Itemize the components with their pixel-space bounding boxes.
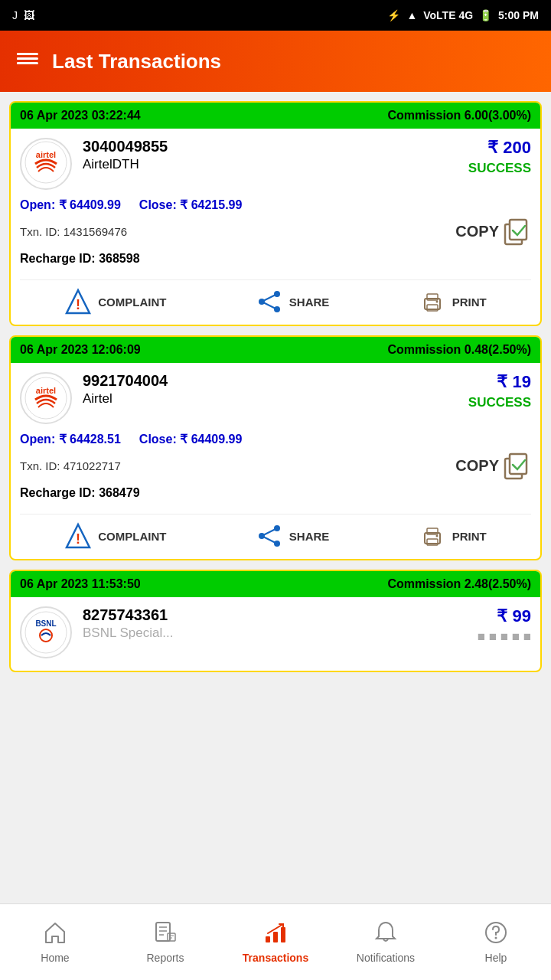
print-button-1[interactable]: PRINT <box>419 288 487 315</box>
header: Last Transactions <box>0 31 551 92</box>
svg-rect-3 <box>17 53 21 55</box>
txn-number-1: 3040049855 <box>83 138 468 155</box>
txn-amount-3: ₹ 99 <box>478 606 531 626</box>
txn-id-2: Txn. ID: 471022717 <box>20 459 121 472</box>
txn-status-2: SUCCESS <box>468 395 531 410</box>
copy-icon-2 <box>502 451 531 480</box>
share-button-1[interactable]: SHARE <box>256 288 330 315</box>
svg-text:!: ! <box>76 531 80 547</box>
status-left: J 🖼 <box>12 9 34 21</box>
txn-provider-name-2: Airtel <box>83 391 468 407</box>
nav-notifications[interactable]: Notifications <box>331 918 441 964</box>
txn-status-3: ■ ■ ■ ■ ■ <box>478 629 531 645</box>
txn-amount-block-3: ₹ 99 ■ ■ ■ ■ ■ <box>478 606 531 645</box>
nav-reports[interactable]: Reports <box>110 918 220 964</box>
nav-notifications-label: Notifications <box>357 952 415 964</box>
svg-line-16 <box>262 302 277 309</box>
txn-id-1: Txn. ID: 1431569476 <box>20 225 127 238</box>
reports-icon <box>151 918 180 947</box>
txn-amount-2: ₹ 19 <box>468 372 531 392</box>
print-button-2[interactable]: PRINT <box>419 522 487 550</box>
txn-close-1: Close: ₹ 64215.99 <box>139 198 243 212</box>
nav-help[interactable]: Help <box>441 918 551 964</box>
txn-provider-name-3: BSNL Special... <box>83 626 478 641</box>
svg-point-21 <box>25 377 67 419</box>
share-label-1: SHARE <box>289 296 330 309</box>
nav-home[interactable]: Home <box>0 918 110 964</box>
share-icon-2 <box>256 522 283 550</box>
svg-rect-48 <box>281 927 285 942</box>
copy-button-2[interactable]: COPY <box>455 451 531 480</box>
nav-transactions-label: Transactions <box>243 952 308 964</box>
bluetooth-icon: ⚡ <box>387 9 400 21</box>
txn-date-1: 06 Apr 2023 03:22:44 <box>20 109 141 122</box>
home-icon <box>41 918 70 947</box>
transactions-icon <box>261 918 290 947</box>
nav-transactions[interactable]: Transactions <box>220 918 331 964</box>
complaint-button-2[interactable]: ! COMPLAINT <box>64 522 166 550</box>
status-bar: J 🖼 ⚡ ▲ VoLTE 4G 🔋 5:00 PM <box>0 0 551 31</box>
txn-commission-3: Commission 2.48(2.50%) <box>387 577 531 591</box>
recharge-id-2: Recharge ID: 368479 <box>20 486 531 500</box>
share-icon-1 <box>256 288 283 315</box>
provider-logo-3: BSNL <box>20 606 72 658</box>
txn-amount-block-1: ₹ 200 SUCCESS <box>468 138 531 176</box>
share-button-2[interactable]: SHARE <box>256 522 330 550</box>
svg-rect-5 <box>17 62 21 64</box>
svg-text:!: ! <box>76 297 80 312</box>
txn-top-row-2: airtel 9921704004 Airtel ₹ 19 SUCCESS <box>20 372 531 424</box>
svg-text:airtel: airtel <box>36 150 56 159</box>
transaction-card-2: 06 Apr 2023 12:06:09 Commission 0.48(2.5… <box>9 335 542 560</box>
nav-reports-label: Reports <box>146 952 184 964</box>
transaction-card-1: 06 Apr 2023 03:22:44 Commission 6.00(3.0… <box>9 101 542 326</box>
svg-line-15 <box>262 294 277 302</box>
time-label: 5:00 PM <box>498 9 539 21</box>
txn-header-3: 06 Apr 2023 11:53:50 Commission 2.48(2.5… <box>11 571 540 597</box>
txn-date-2: 06 Apr 2023 12:06:09 <box>20 343 141 357</box>
bsnl-logo-3: BSNL <box>24 611 67 654</box>
network-label: VoLTE 4G <box>423 9 473 21</box>
page-title: Last Transactions <box>52 50 221 74</box>
complaint-icon-1: ! <box>64 288 92 315</box>
txn-body-3: BSNL 8275743361 BSNL Special... ₹ 99 ■ ■… <box>11 597 540 671</box>
menu-icon[interactable] <box>15 47 40 77</box>
airtel-logo-2: airtel <box>24 377 67 420</box>
svg-rect-47 <box>273 932 278 942</box>
provider-logo-2: airtel <box>20 372 72 424</box>
nav-home-label: Home <box>41 952 69 964</box>
txn-open-1: Open: ₹ 64409.99 <box>20 198 121 212</box>
txn-header-2: 06 Apr 2023 12:06:09 Commission 0.48(2.5… <box>11 337 540 363</box>
help-icon <box>481 918 510 947</box>
txn-body-1: airtel 3040049855 AirtelDTH ₹ 200 SUCCES… <box>11 129 540 325</box>
svg-rect-4 <box>17 57 21 60</box>
txn-close-2: Close: ₹ 64409.99 <box>139 432 243 446</box>
gallery-icon: 🖼 <box>24 9 34 21</box>
carrier-icon: J <box>12 9 18 21</box>
svg-point-35 <box>435 535 438 537</box>
transaction-card-3: 06 Apr 2023 11:53:50 Commission 2.48(2.5… <box>9 570 542 672</box>
status-right: ⚡ ▲ VoLTE 4G 🔋 5:00 PM <box>387 9 539 21</box>
copy-icon-1 <box>502 217 531 246</box>
txn-top-row-1: airtel 3040049855 AirtelDTH ₹ 200 SUCCES… <box>20 138 531 190</box>
svg-point-20 <box>435 301 438 303</box>
print-label-1: PRINT <box>452 296 487 309</box>
svg-rect-43 <box>168 933 175 941</box>
complaint-button-1[interactable]: ! COMPLAINT <box>64 288 166 315</box>
txn-amount-block-2: ₹ 19 SUCCESS <box>468 372 531 410</box>
print-icon-1 <box>419 288 446 315</box>
copy-label-2: COPY <box>455 457 499 475</box>
airtel-logo-1: airtel <box>24 141 67 186</box>
share-label-2: SHARE <box>289 530 330 543</box>
svg-text:BSNL: BSNL <box>35 619 56 628</box>
wifi-icon: ▲ <box>406 9 417 21</box>
bottom-nav: Home Reports Transaction <box>0 903 551 980</box>
txn-status-1: SUCCESS <box>468 161 531 176</box>
svg-text:airtel: airtel <box>36 386 56 395</box>
txn-info-2: 9921704004 Airtel <box>72 372 468 407</box>
txn-open-2: Open: ₹ 64428.51 <box>20 432 121 446</box>
txn-info-1: 3040049855 AirtelDTH <box>72 138 468 172</box>
txn-top-row-3: BSNL 8275743361 BSNL Special... ₹ 99 ■ ■… <box>20 606 531 658</box>
svg-point-50 <box>495 936 497 939</box>
txn-id-row-1: Txn. ID: 1431569476 COPY <box>20 217 531 246</box>
copy-button-1[interactable]: COPY <box>455 217 531 246</box>
